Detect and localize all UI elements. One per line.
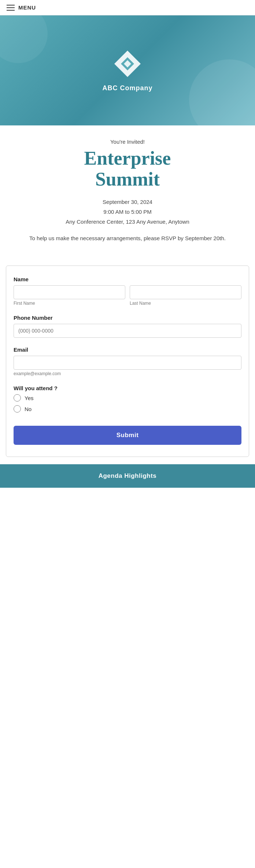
nav-menu-label[interactable]: MENU bbox=[18, 4, 36, 11]
rsvp-form: Name First Name Last Name Phone Number E… bbox=[14, 276, 241, 445]
radio-yes-label: Yes bbox=[25, 395, 33, 401]
rsvp-note: To help us make the necessary arrangemen… bbox=[9, 234, 246, 243]
name-label: Name bbox=[14, 276, 241, 282]
menu-icon[interactable] bbox=[7, 5, 15, 11]
invite-subtitle: You're Invited! bbox=[9, 139, 246, 145]
email-hint: example@example.com bbox=[14, 371, 241, 376]
last-name-hint: Last Name bbox=[130, 301, 241, 306]
last-name-input[interactable] bbox=[130, 285, 241, 299]
radio-yes-input[interactable] bbox=[14, 394, 21, 402]
invite-section: You're Invited! Enterprise Summit Septem… bbox=[0, 125, 255, 262]
email-group: Email example@example.com bbox=[14, 347, 241, 376]
name-row: First Name Last Name bbox=[14, 285, 241, 306]
first-name-col: First Name bbox=[14, 285, 125, 306]
first-name-input[interactable] bbox=[14, 285, 125, 299]
hero-banner: ABC Company bbox=[0, 15, 255, 125]
event-details: September 30, 2024 9:00 AM to 5:00 PM An… bbox=[9, 197, 246, 227]
attend-group: Will you attend ? Yes No bbox=[14, 385, 241, 413]
navigation: MENU bbox=[0, 0, 255, 15]
rsvp-form-card: Name First Name Last Name Phone Number E… bbox=[6, 265, 249, 457]
phone-group: Phone Number bbox=[14, 315, 241, 338]
email-label: Email bbox=[14, 347, 241, 353]
company-name: ABC Company bbox=[102, 84, 152, 92]
company-logo bbox=[113, 49, 142, 78]
first-name-hint: First Name bbox=[14, 301, 125, 306]
radio-no-input[interactable] bbox=[14, 405, 21, 413]
radio-yes-option[interactable]: Yes bbox=[14, 394, 241, 402]
event-title: Enterprise Summit bbox=[9, 148, 246, 190]
submit-button[interactable]: Submit bbox=[14, 426, 241, 445]
email-input[interactable] bbox=[14, 356, 241, 370]
name-group: Name First Name Last Name bbox=[14, 276, 241, 306]
last-name-col: Last Name bbox=[130, 285, 241, 306]
attend-label: Will you attend ? bbox=[14, 385, 241, 391]
radio-group: Yes No bbox=[14, 394, 241, 413]
radio-no-option[interactable]: No bbox=[14, 405, 241, 413]
agenda-highlights-banner[interactable]: Agenda Highlights bbox=[0, 464, 255, 488]
phone-input[interactable] bbox=[14, 324, 241, 338]
phone-label: Phone Number bbox=[14, 315, 241, 321]
radio-no-label: No bbox=[25, 406, 32, 412]
